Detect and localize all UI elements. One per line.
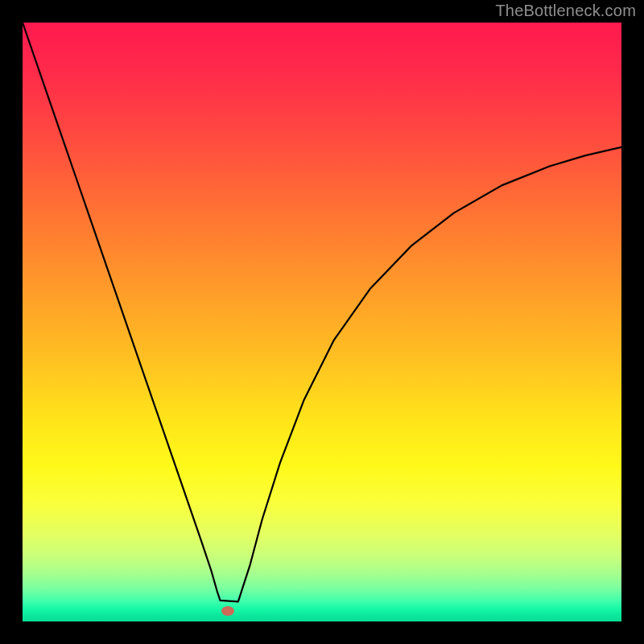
chart-frame: TheBottleneck.com xyxy=(0,0,644,644)
bottleneck-curve xyxy=(23,23,621,621)
optimal-point-marker xyxy=(221,606,234,616)
watermark-text: TheBottleneck.com xyxy=(495,2,636,20)
plot-area xyxy=(23,23,621,621)
